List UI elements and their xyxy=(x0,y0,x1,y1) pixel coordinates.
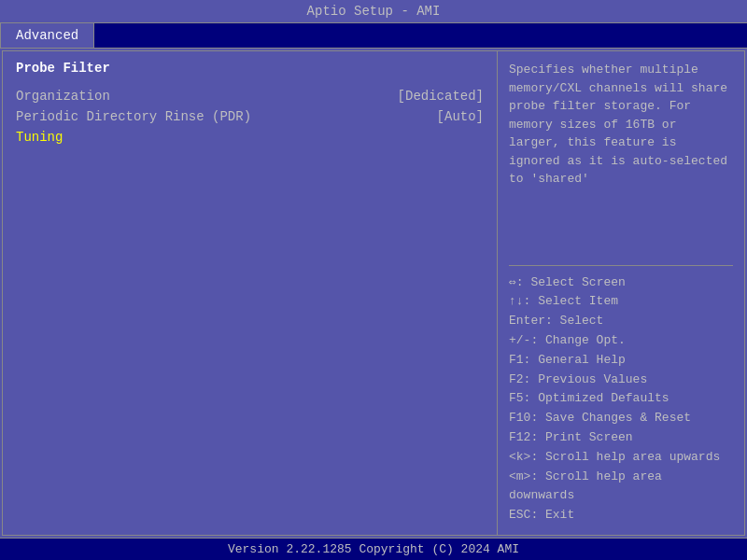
footer: Version 2.22.1285 Copyright (C) 2024 AMI xyxy=(0,538,747,560)
setting-label-pdr: Periodic Directory Rinse (PDR) xyxy=(16,109,251,124)
key-help: ⇔: Select Screen↑↓: Select ItemEnter: Se… xyxy=(509,273,733,525)
help-text: Specifies whether multiple memory/CXL ch… xyxy=(509,61,733,258)
setting-row-organization[interactable]: Organization [Dedicated] xyxy=(16,89,484,104)
setting-label-organization: Organization xyxy=(16,89,110,104)
key-binding-item: ESC: Exit xyxy=(509,506,733,525)
section-title: Probe Filter xyxy=(16,61,484,76)
main-content: Probe Filter Organization [Dedicated] Pe… xyxy=(2,50,745,536)
key-binding-item: F12: Print Screen xyxy=(509,428,733,448)
key-binding-item: F10: Save Changes & Reset xyxy=(509,409,733,428)
setting-row-tuning[interactable]: Tuning xyxy=(16,130,484,145)
title-text: Aptio Setup - AMI xyxy=(307,4,441,19)
help-divider xyxy=(509,265,733,266)
key-binding-item: ↑↓: Select Item xyxy=(509,292,733,312)
setting-label-tuning: Tuning xyxy=(16,130,63,145)
left-panel: Probe Filter Organization [Dedicated] Pe… xyxy=(3,51,498,535)
key-binding-item: ⇔: Select Screen xyxy=(509,273,733,293)
title-bar: Aptio Setup - AMI xyxy=(0,0,747,22)
setting-value-organization: [Dedicated] xyxy=(398,89,484,104)
key-binding-item: <m>: Scroll help area downwards xyxy=(509,468,733,507)
key-binding-item: Enter: Select xyxy=(509,312,733,331)
key-binding-item: F5: Optimized Defaults xyxy=(509,389,733,409)
key-binding-item: <k>: Scroll help area upwards xyxy=(509,448,733,468)
setting-value-pdr: [Auto] xyxy=(437,109,484,124)
footer-text: Version 2.22.1285 Copyright (C) 2024 AMI xyxy=(228,542,519,556)
tab-advanced[interactable]: Advanced xyxy=(0,23,94,48)
app: Aptio Setup - AMI Advanced Probe Filter … xyxy=(0,0,747,560)
right-panel: Specifies whether multiple memory/CXL ch… xyxy=(498,51,744,535)
key-binding-item: F1: General Help xyxy=(509,351,733,371)
nav-bar: Advanced xyxy=(0,22,747,49)
setting-row-pdr[interactable]: Periodic Directory Rinse (PDR) [Auto] xyxy=(16,109,484,124)
key-binding-item: F2: Previous Values xyxy=(509,371,733,390)
key-binding-item: +/-: Change Opt. xyxy=(509,331,733,351)
